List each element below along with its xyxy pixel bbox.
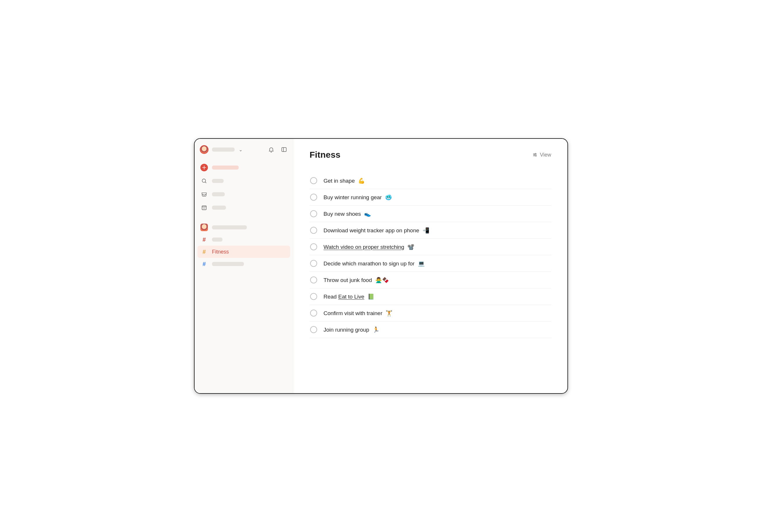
- task-row[interactable]: Confirm visit with trainer 🏋️: [310, 305, 551, 322]
- task-checkbox[interactable]: [310, 227, 317, 234]
- task-text: Buy winter running gear 🥶: [324, 194, 392, 201]
- hash-icon: #: [200, 236, 208, 243]
- task-emoji: 💪: [356, 178, 365, 184]
- svg-point-5: [534, 155, 535, 155]
- svg-rect-0: [282, 147, 286, 152]
- view-label: View: [540, 152, 551, 158]
- calendar-icon: 21: [200, 204, 208, 211]
- sliders-icon: [532, 152, 538, 157]
- panel-toggle-icon[interactable]: [280, 146, 288, 153]
- task-text: Confirm visit with trainer 🏋️: [324, 310, 393, 317]
- task-checkbox[interactable]: [310, 326, 317, 333]
- svg-point-1: [202, 179, 206, 183]
- svg-point-4: [535, 153, 536, 154]
- sidebar-primary-nav: 21: [197, 161, 290, 214]
- task-checkbox[interactable]: [310, 276, 317, 283]
- task-checkbox[interactable]: [310, 293, 317, 300]
- main-content: Fitness View Get in shape 💪Buy winter ru…: [293, 139, 568, 393]
- avatar: [200, 145, 208, 154]
- project-label: Fitness: [212, 249, 229, 255]
- task-text: Decide which marathon to sign up for 💻: [324, 260, 425, 267]
- upcoming-nav[interactable]: 21: [197, 201, 290, 214]
- search-nav[interactable]: [197, 175, 290, 187]
- hash-icon: #: [200, 248, 208, 256]
- task-checkbox[interactable]: [310, 210, 317, 217]
- task-text: Get in shape 💪: [324, 178, 365, 184]
- task-emoji: 📽️: [406, 244, 415, 250]
- search-icon: [200, 177, 208, 185]
- task-emoji: 📲: [421, 227, 429, 234]
- task-row[interactable]: Download weight tracker app on phone 📲: [310, 222, 551, 239]
- task-row[interactable]: Throw out junk food 🙅‍♂️🍫: [310, 272, 551, 288]
- task-text: Watch video on proper stretching 📽️: [324, 244, 415, 250]
- task-text: Throw out junk food 🙅‍♂️🍫: [324, 277, 389, 283]
- task-list: Get in shape 💪Buy winter running gear 🥶B…: [310, 173, 551, 338]
- hash-icon: #: [200, 260, 208, 268]
- project-label-placeholder: [212, 262, 244, 266]
- task-text: Read Eat to Live 📗: [324, 293, 375, 300]
- task-row[interactable]: Watch video on proper stretching 📽️: [310, 239, 551, 255]
- task-row[interactable]: Read Eat to Live 📗: [310, 288, 551, 305]
- workspace-name-placeholder: [212, 147, 235, 152]
- inbox-nav[interactable]: [197, 188, 290, 200]
- view-button[interactable]: View: [532, 152, 551, 158]
- task-emoji: 💻: [417, 261, 425, 266]
- task-checkbox[interactable]: [310, 194, 317, 201]
- svg-text:21: 21: [203, 207, 205, 210]
- task-emoji: 🏃: [371, 327, 379, 333]
- task-emoji: 👟: [363, 211, 371, 217]
- task-text: Download weight tracker app on phone 📲: [324, 227, 429, 234]
- workspace-header[interactable]: [197, 221, 290, 234]
- sidebar-projects: # # Fitness #: [197, 221, 290, 270]
- upcoming-label-placeholder: [212, 206, 226, 210]
- inbox-label-placeholder: [212, 192, 225, 196]
- chevron-down-icon: ⌄: [239, 147, 243, 152]
- workspace-label-placeholder: [212, 225, 247, 229]
- sidebar-project-fitness[interactable]: # Fitness: [197, 246, 290, 258]
- task-text: Join running group 🏃: [324, 327, 380, 333]
- task-text: Buy new shoes 👟: [324, 210, 371, 217]
- add-task-button[interactable]: [197, 161, 290, 174]
- page-title: Fitness: [310, 150, 341, 160]
- content-header: Fitness View: [310, 150, 551, 160]
- sidebar: ⌄: [194, 139, 293, 393]
- search-label-placeholder: [212, 179, 224, 183]
- task-checkbox[interactable]: [310, 260, 317, 267]
- task-row[interactable]: Join running group 🏃: [310, 322, 551, 338]
- task-checkbox[interactable]: [310, 243, 317, 250]
- svg-point-6: [536, 155, 537, 156]
- workspace-switcher[interactable]: ⌄: [197, 144, 290, 158]
- app-window: ⌄: [194, 138, 568, 394]
- sidebar-project-item[interactable]: #: [197, 234, 290, 246]
- add-task-label-placeholder: [212, 166, 239, 170]
- task-row[interactable]: Buy winter running gear 🥶: [310, 189, 551, 206]
- task-emoji: 🙅‍♂️🍫: [374, 277, 389, 283]
- avatar: [200, 224, 208, 231]
- plus-icon: [200, 164, 208, 171]
- inbox-icon: [200, 190, 208, 198]
- task-row[interactable]: Get in shape 💪: [310, 173, 551, 189]
- sidebar-project-item[interactable]: #: [197, 258, 290, 270]
- task-emoji: 🥶: [384, 194, 392, 200]
- task-row[interactable]: Buy new shoes 👟: [310, 206, 551, 222]
- task-row[interactable]: Decide which marathon to sign up for 💻: [310, 255, 551, 272]
- task-checkbox[interactable]: [310, 177, 317, 184]
- task-checkbox[interactable]: [310, 310, 317, 317]
- notifications-icon[interactable]: [267, 146, 275, 153]
- task-emoji: 📗: [366, 294, 374, 300]
- project-label-placeholder: [212, 238, 222, 242]
- task-emoji: 🏋️: [384, 310, 393, 316]
